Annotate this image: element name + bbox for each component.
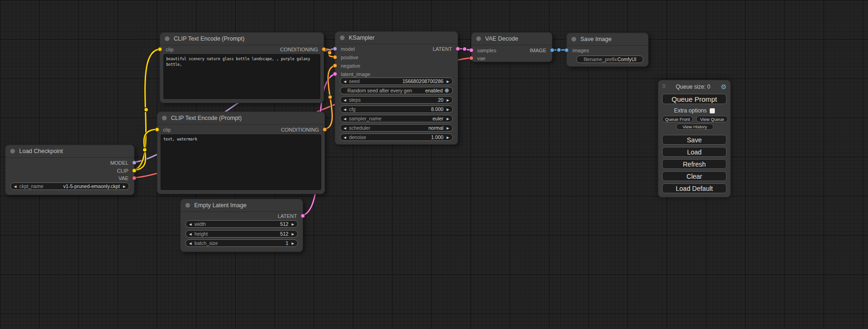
collapse-dot-icon[interactable]	[572, 37, 576, 42]
widget-label: cfg	[349, 106, 355, 112]
samples-input-port[interactable]	[469, 48, 473, 52]
widget-value: 512	[280, 221, 289, 227]
latent-output-port[interactable]	[456, 47, 460, 51]
height-widget[interactable]: ◀ height 512 ▶	[185, 230, 298, 238]
queue-front-button[interactable]: Queue Front	[662, 116, 693, 122]
image-output-port[interactable]	[550, 48, 554, 52]
collapse-dot-icon[interactable]	[165, 36, 169, 41]
decrement-arrow-icon[interactable]: ◀	[344, 136, 346, 139]
port-row: samples IMAGE	[472, 47, 552, 54]
output-row: MODEL	[6, 160, 134, 166]
increment-arrow-icon[interactable]: ▶	[292, 242, 294, 245]
width-widget[interactable]: ◀ width 512 ▶	[185, 220, 298, 228]
increment-arrow-icon[interactable]: ▶	[447, 126, 449, 130]
output-label: VAE	[119, 175, 128, 181]
denoise-widget[interactable]: ◀ denoise 1.000 ▶	[340, 133, 453, 141]
node-title: VAE Decode	[485, 35, 518, 42]
sampler-name-widget[interactable]: ◀ sampler_name euler ▶	[340, 115, 453, 122]
toggle-knob-icon[interactable]	[445, 88, 449, 93]
increment-arrow-icon[interactable]: ▶	[292, 223, 294, 226]
model-input-port[interactable]	[333, 47, 337, 51]
clip-input-port[interactable]	[155, 127, 159, 132]
latent-image-input-port[interactable]	[333, 72, 337, 76]
collapse-dot-icon[interactable]	[476, 36, 481, 41]
decrement-arrow-icon[interactable]: ◀	[189, 242, 191, 245]
positive-input-port[interactable]	[333, 55, 337, 59]
collapse-dot-icon[interactable]	[185, 203, 190, 208]
latent-output-port[interactable]	[301, 214, 305, 218]
node-titlebar[interactable]: CLIP Text Encode (Prompt)	[160, 33, 324, 45]
decrement-arrow-icon[interactable]: ◀	[344, 126, 346, 130]
scheduler-widget[interactable]: ◀ scheduler normal ▶	[340, 124, 453, 132]
settings-gear-icon[interactable]: ⚙	[720, 84, 727, 90]
collapse-dot-icon[interactable]	[10, 149, 15, 154]
collapse-dot-icon[interactable]	[162, 116, 167, 120]
filename-prefix-widget[interactable]: filename_prefix ComfyUI	[576, 56, 643, 63]
node-clip-text-encode-negative[interactable]: CLIP Text Encode (Prompt) clip CONDITION…	[157, 112, 325, 194]
vae-output-port[interactable]	[132, 176, 136, 180]
node-titlebar[interactable]: Empty Latent Image	[181, 199, 303, 212]
node-clip-text-encode-positive[interactable]: CLIP Text Encode (Prompt) clip CONDITION…	[160, 32, 324, 103]
input-label: negative	[341, 63, 360, 69]
negative-input-port[interactable]	[333, 63, 337, 68]
load-button[interactable]: Load	[662, 147, 727, 157]
refresh-button[interactable]: Refresh	[662, 159, 727, 169]
model-output-port[interactable]	[132, 161, 136, 165]
clip-input-port[interactable]	[158, 47, 162, 51]
decrement-arrow-icon[interactable]: ◀	[344, 80, 346, 83]
view-history-button[interactable]: View History	[676, 124, 713, 130]
queue-panel[interactable]: ⠿ Queue size: 0 ⚙ Queue Prompt Extra opt…	[658, 80, 731, 197]
random-seed-toggle[interactable]: Random seed after every gen enabled	[340, 87, 453, 94]
node-load-checkpoint[interactable]: Load Checkpoint MODEL CLIP VAE ◀ ckpt_na…	[5, 145, 134, 195]
node-vae-decode[interactable]: VAE Decode samples IMAGE vae	[471, 32, 552, 62]
widget-value: v1-5-pruned-emaonly.ckpt	[63, 183, 120, 189]
collapse-dot-icon[interactable]	[340, 35, 345, 40]
output-row: LATENT	[181, 213, 303, 219]
queue-prompt-button[interactable]: Queue Prompt	[662, 94, 727, 104]
increment-arrow-icon[interactable]: ▶	[292, 232, 294, 236]
node-title: Save Image	[580, 36, 612, 42]
link-midpoint-dot	[463, 47, 467, 51]
node-graph-canvas[interactable]: Load Checkpoint MODEL CLIP VAE ◀ ckpt_na…	[0, 0, 868, 329]
node-ksampler[interactable]: KSampler model LATENT positive negative …	[335, 31, 458, 145]
increment-arrow-icon[interactable]: ▶	[447, 136, 449, 139]
seed-widget[interactable]: ◀ seed 156680208700286 ▶	[340, 77, 453, 85]
increment-arrow-icon[interactable]: ▶	[123, 185, 126, 188]
increment-arrow-icon[interactable]: ▶	[447, 98, 449, 102]
decrement-arrow-icon[interactable]: ◀	[344, 117, 346, 120]
conditioning-output-port[interactable]	[323, 127, 327, 132]
steps-widget[interactable]: ◀ steps 20 ▶	[340, 96, 453, 104]
conditioning-output-port[interactable]	[322, 47, 326, 51]
extra-options-row: Extra options	[658, 107, 730, 114]
view-queue-button[interactable]: View Queue	[696, 116, 728, 122]
node-titlebar[interactable]: CLIP Text Encode (Prompt)	[157, 112, 325, 125]
drag-handle-icon[interactable]: ⠿	[662, 84, 665, 90]
load-default-button[interactable]: Load Default	[662, 183, 727, 193]
images-input-port[interactable]	[565, 48, 569, 52]
vae-input-port[interactable]	[469, 56, 473, 60]
decrement-arrow-icon[interactable]: ◀	[189, 232, 191, 236]
cfg-widget[interactable]: ◀ cfg 8.000 ▶	[340, 105, 453, 113]
node-save-image[interactable]: Save Image images filename_prefix ComfyU…	[566, 33, 649, 67]
increment-arrow-icon[interactable]: ▶	[447, 80, 449, 83]
increment-arrow-icon[interactable]: ▶	[447, 117, 449, 120]
decrement-arrow-icon[interactable]: ◀	[344, 108, 346, 111]
decrement-arrow-icon[interactable]: ◀	[344, 98, 346, 102]
node-empty-latent-image[interactable]: Empty Latent Image LATENT ◀ width 512 ▶ …	[180, 199, 303, 252]
ckpt-name-widget[interactable]: ◀ ckpt_name v1-5-pruned-emaonly.ckpt ▶	[10, 182, 129, 190]
clip-output-port[interactable]	[132, 168, 136, 173]
node-titlebar[interactable]: VAE Decode	[472, 33, 552, 45]
decrement-arrow-icon[interactable]: ◀	[14, 185, 16, 188]
extra-options-checkbox[interactable]	[710, 108, 715, 113]
node-titlebar[interactable]: Save Image	[567, 33, 648, 46]
batch-size-widget[interactable]: ◀ batch_size 1 ▶	[185, 239, 298, 247]
prompt-textarea[interactable]: text, watermark	[161, 134, 321, 190]
port-row: latent_image	[335, 71, 458, 77]
node-titlebar[interactable]: Load Checkpoint	[6, 145, 134, 158]
prompt-textarea[interactable]: beautiful scenery nature glass bottle la…	[163, 54, 320, 99]
node-titlebar[interactable]: KSampler	[335, 32, 458, 44]
increment-arrow-icon[interactable]: ▶	[447, 108, 449, 111]
decrement-arrow-icon[interactable]: ◀	[189, 223, 191, 226]
clear-button[interactable]: Clear	[662, 171, 727, 181]
save-button[interactable]: Save	[662, 135, 727, 145]
